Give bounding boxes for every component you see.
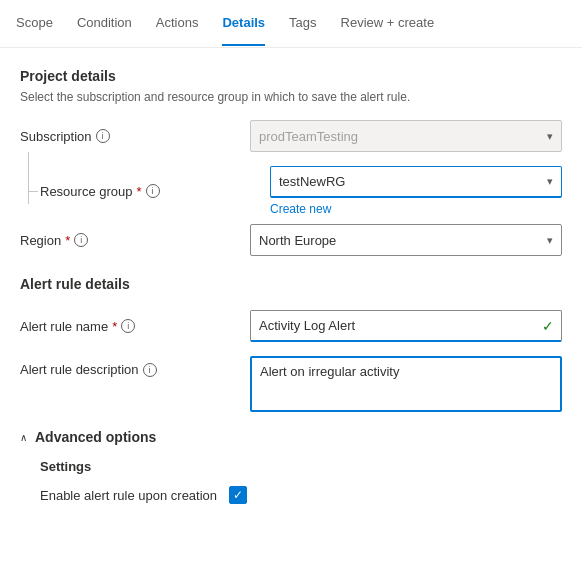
- alert-rule-desc-row: Alert rule description i Alert on irregu…: [20, 356, 562, 415]
- region-label: Region: [20, 233, 61, 248]
- resource-group-label: Resource group: [40, 184, 133, 199]
- alert-rule-desc-textarea[interactable]: Alert on irregular activity: [250, 356, 562, 412]
- advanced-options-header[interactable]: ∧ Advanced options: [20, 429, 562, 445]
- region-row: Region * i North Europe ▾: [20, 224, 562, 256]
- alert-rule-name-input-col: ✓: [250, 310, 562, 342]
- alert-rule-name-label-col: Alert rule name * i: [20, 319, 250, 334]
- project-details-title: Project details: [20, 68, 562, 84]
- region-label-col: Region * i: [20, 233, 250, 248]
- alert-rule-name-row: Alert rule name * i ✓: [20, 310, 562, 342]
- resource-group-bracket: Resource group * i testNewRG ▾ Create ne…: [20, 166, 562, 216]
- resource-group-required: *: [137, 184, 142, 199]
- alert-rule-name-label: Alert rule name: [20, 319, 108, 334]
- alert-rule-details-title: Alert rule details: [20, 276, 562, 292]
- subscription-row: Subscription i prodTeamTesting ▾: [20, 120, 562, 152]
- resource-group-row: Resource group * i testNewRG ▾ Create ne…: [40, 166, 562, 216]
- region-required: *: [65, 233, 70, 248]
- resource-group-label-col: Resource group * i: [40, 184, 270, 199]
- enable-row: Enable alert rule upon creation ✓: [40, 486, 562, 504]
- resource-group-info-icon[interactable]: i: [146, 184, 160, 198]
- tab-tags[interactable]: Tags: [289, 1, 316, 46]
- subscription-info-icon[interactable]: i: [96, 129, 110, 143]
- alert-rule-desc-label: Alert rule description: [20, 362, 139, 377]
- horizontal-line: [28, 191, 38, 192]
- region-dropdown-arrow: ▾: [547, 234, 553, 247]
- tab-review-create[interactable]: Review + create: [341, 1, 435, 46]
- tab-details[interactable]: Details: [222, 1, 265, 46]
- subscription-label: Subscription: [20, 129, 92, 144]
- subscription-value: prodTeamTesting: [259, 129, 358, 144]
- create-new-link[interactable]: Create new: [270, 202, 562, 216]
- region-value: North Europe: [259, 233, 336, 248]
- subscription-dropdown[interactable]: prodTeamTesting ▾: [250, 120, 562, 152]
- alert-rule-desc-info-icon[interactable]: i: [143, 363, 157, 377]
- checkbox-check-icon: ✓: [233, 489, 243, 501]
- tab-scope[interactable]: Scope: [16, 1, 53, 46]
- resource-group-input-col: testNewRG ▾ Create new: [270, 166, 562, 216]
- alert-rule-name-check-icon: ✓: [542, 318, 554, 334]
- alert-rule-desc-input-col: Alert on irregular activity: [250, 356, 562, 415]
- alert-rule-name-input[interactable]: [250, 310, 562, 342]
- advanced-options-label: Advanced options: [35, 429, 156, 445]
- alert-rule-name-info-icon[interactable]: i: [121, 319, 135, 333]
- resource-group-value: testNewRG: [279, 174, 345, 189]
- enable-alert-label: Enable alert rule upon creation: [40, 488, 217, 503]
- main-content: Project details Select the subscription …: [0, 48, 582, 524]
- subscription-label-col: Subscription i: [20, 129, 250, 144]
- region-input-col: North Europe ▾: [250, 224, 562, 256]
- subscription-input-col: prodTeamTesting ▾: [250, 120, 562, 152]
- resource-group-dropdown-arrow: ▾: [547, 175, 553, 188]
- enable-alert-checkbox[interactable]: ✓: [229, 486, 247, 504]
- project-details-desc: Select the subscription and resource gro…: [20, 90, 562, 104]
- alert-rule-name-required: *: [112, 319, 117, 334]
- region-dropdown[interactable]: North Europe ▾: [250, 224, 562, 256]
- tab-actions[interactable]: Actions: [156, 1, 199, 46]
- advanced-options-chevron-icon: ∧: [20, 432, 27, 443]
- alert-rule-desc-label-col: Alert rule description i: [20, 356, 250, 377]
- subscription-dropdown-arrow: ▾: [547, 130, 553, 143]
- tab-condition[interactable]: Condition: [77, 1, 132, 46]
- nav-tabs: Scope Condition Actions Details Tags Rev…: [0, 0, 582, 48]
- settings-label: Settings: [40, 459, 562, 474]
- resource-group-dropdown[interactable]: testNewRG ▾: [270, 166, 562, 198]
- alert-rule-name-input-wrap: ✓: [250, 310, 562, 342]
- vertical-line: [28, 152, 29, 204]
- region-info-icon[interactable]: i: [74, 233, 88, 247]
